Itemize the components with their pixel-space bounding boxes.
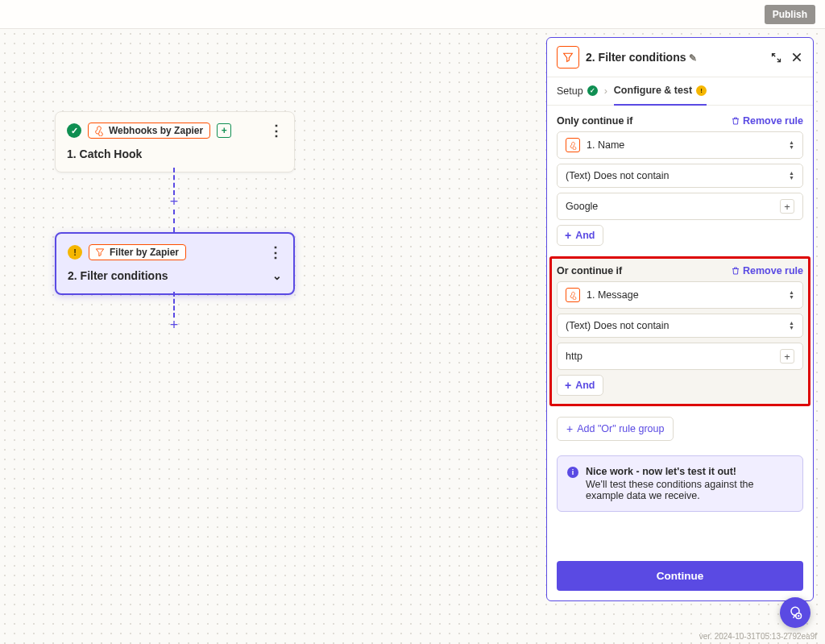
value-input[interactable]: http + [557, 343, 803, 370]
canvas: ✓ Webhooks by Zapier + ⋮ 1. Catch Hook +… [0, 29, 825, 644]
chat-icon [787, 605, 803, 621]
config-panel: 2. Filter conditions ✎ Setup ✓ › Configu… [546, 37, 814, 601]
filter-icon [562, 51, 574, 64]
info-banner: i Nice work - now let's test it out! We'… [557, 455, 803, 512]
add-step-button[interactable]: + [167, 194, 181, 209]
edit-icon[interactable]: ✎ [689, 52, 697, 64]
sort-icon: ▲▼ [789, 290, 794, 300]
chevron-right-icon: › [604, 85, 607, 97]
app-label: Filter by Zapier [110, 247, 179, 258]
trash-icon [731, 266, 740, 276]
panel-header: 2. Filter conditions ✎ [547, 38, 813, 77]
status-ok-icon: ✓ [587, 85, 598, 96]
publish-button[interactable]: Publish [765, 5, 815, 24]
remove-rule-button[interactable]: Remove rule [731, 115, 803, 127]
remove-rule-button[interactable]: Remove rule [731, 265, 803, 276]
step-num: 1. [67, 147, 77, 160]
sort-icon: ▲▼ [789, 140, 794, 150]
add-or-group-button[interactable]: +Add "Or" rule group [557, 417, 674, 441]
step-card-2[interactable]: ! Filter by Zapier ⋮ 2. Filter condition… [55, 232, 295, 295]
add-and-button[interactable]: +And [557, 225, 603, 246]
app-label: Webhooks by Zapier [109, 125, 203, 136]
connector-line [173, 210, 175, 232]
banner-title: Nice work - now let's test it out! [586, 466, 793, 477]
add-app-icon[interactable]: + [217, 123, 231, 138]
expand-icon[interactable] [770, 52, 782, 64]
step-menu-button[interactable]: ⋮ [268, 243, 282, 261]
rule-group-label: Only continue if [557, 115, 632, 127]
close-icon[interactable] [790, 51, 803, 64]
webhooks-icon [566, 138, 580, 152]
field-label: 1. Name [587, 139, 624, 151]
condition-select[interactable]: (Text) Does not contain ▲▼ [557, 314, 803, 338]
add-and-button[interactable]: +And [557, 375, 603, 396]
panel-body: Only continue if Remove rule 1. Name ▲▼ … [547, 106, 813, 551]
app-pill-webhooks[interactable]: Webhooks by Zapier [88, 123, 210, 139]
filter-icon [94, 247, 106, 258]
step-num: 2. [68, 269, 77, 282]
webhooks-icon [566, 288, 580, 302]
value-input[interactable]: Google + [557, 193, 803, 220]
condition-label: (Text) Does not contain [566, 320, 670, 331]
webhooks-icon [93, 125, 105, 136]
info-icon: i [567, 467, 578, 478]
add-step-button[interactable]: + [167, 318, 181, 332]
field-select[interactable]: 1. Message ▲▼ [557, 281, 803, 309]
condition-select[interactable]: (Text) Does not contain ▲▼ [557, 164, 803, 188]
version-text: ver. 2024-10-31T05:13-2792ea9f [699, 632, 817, 641]
connector-line [173, 168, 175, 195]
status-warn-icon: ! [696, 85, 707, 96]
field-label: 1. Message [587, 289, 639, 301]
breadcrumb: Setup ✓ › Configure & test ! [547, 77, 813, 106]
value-text: Google [566, 201, 598, 212]
chevron-down-icon[interactable]: ⌄ [272, 269, 282, 282]
insert-data-button[interactable]: + [780, 199, 794, 214]
trash-icon [731, 116, 740, 126]
rule-group-only: Only continue if Remove rule 1. Name ▲▼ … [557, 115, 803, 257]
rule-group-label: Or continue if [557, 265, 622, 276]
status-warn-icon: ! [68, 245, 82, 260]
connector-line [173, 292, 175, 318]
value-text: http [566, 351, 582, 362]
top-bar: Publish [0, 0, 825, 29]
step-menu-button[interactable]: ⋮ [269, 122, 283, 139]
rule-group-or: Or continue if Remove rule 1. Message ▲▼… [550, 257, 810, 405]
crumb-setup[interactable]: Setup ✓ [557, 78, 598, 105]
condition-label: (Text) Does not contain [566, 170, 670, 181]
step-title-text: Catch Hook [80, 147, 143, 160]
filter-icon-box [557, 46, 579, 69]
step-card-1[interactable]: ✓ Webhooks by Zapier + ⋮ 1. Catch Hook [55, 111, 295, 172]
insert-data-button[interactable]: + [780, 349, 794, 364]
continue-button[interactable]: Continue [557, 561, 803, 591]
field-select[interactable]: 1. Name ▲▼ [557, 131, 803, 159]
sort-icon: ▲▼ [789, 171, 794, 181]
status-ok-icon: ✓ [67, 123, 81, 138]
panel-title: 2. Filter conditions ✎ [586, 51, 764, 64]
help-fab[interactable] [780, 597, 810, 628]
sort-icon: ▲▼ [789, 321, 794, 330]
app-pill-filter[interactable]: Filter by Zapier [89, 244, 186, 260]
crumb-configure[interactable]: Configure & test ! [614, 77, 707, 106]
banner-body: We'll test these conditions against the … [586, 479, 793, 501]
step-title-text: Filter conditions [81, 269, 168, 282]
